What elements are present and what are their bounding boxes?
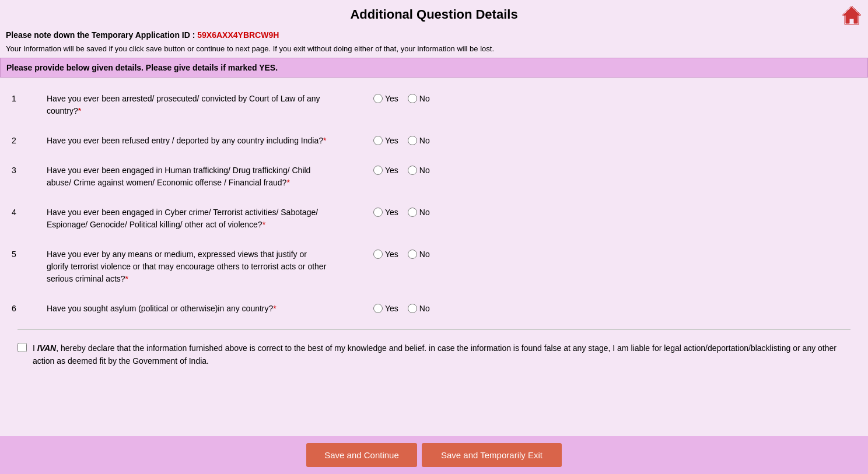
declaration-checkbox[interactable] (18, 343, 27, 352)
yes-option-5[interactable]: Yes (373, 250, 398, 259)
yes-option-4[interactable]: Yes (373, 208, 398, 217)
question-text-4: Have you ever been engaged in Cyber crim… (47, 206, 327, 231)
no-label-3: No (419, 166, 430, 175)
temp-id-label: Please note down the Temporary Applicati… (6, 30, 195, 40)
question-text-2: Have you ever been refused entry / depor… (47, 135, 327, 147)
temp-id-row: Please note down the Temporary Applicati… (0, 27, 868, 42)
question-row-5: 5 Have you ever by any means or medium, … (12, 245, 856, 289)
question-text-3: Have you ever been engaged in Human traf… (47, 164, 327, 189)
answer-group-4: Yes No (373, 206, 443, 217)
answer-group-3: Yes No (373, 164, 443, 175)
notice-bar: Please provide below given details. Plea… (0, 58, 868, 78)
question-number-5: 5 (12, 248, 47, 259)
declaration-area: I IVAN, hereby declare that the informat… (12, 330, 856, 380)
page-title: Additional Question Details (6, 7, 862, 22)
answer-group-2: Yes No (373, 135, 443, 145)
question-row-1: 1 Have you ever been arrested/ prosecute… (12, 89, 856, 121)
yes-radio-3[interactable] (373, 166, 383, 175)
yes-option-1[interactable]: Yes (373, 94, 398, 103)
yes-label-4: Yes (385, 208, 398, 217)
answer-group-5: Yes No (373, 248, 443, 259)
header: Additional Question Details (0, 0, 868, 27)
question-number-4: 4 (12, 206, 47, 217)
yes-option-2[interactable]: Yes (373, 136, 398, 145)
yes-option-6[interactable]: Yes (373, 304, 398, 313)
yes-radio-1[interactable] (373, 94, 383, 103)
question-text-5: Have you ever by any means or medium, ex… (47, 248, 327, 285)
no-radio-2[interactable] (408, 136, 417, 145)
temp-id-value: 59X6AXX4YBRCW9H (197, 30, 279, 40)
no-label-6: No (419, 304, 430, 313)
question-number-1: 1 (12, 93, 47, 103)
answer-group-6: Yes No (373, 303, 443, 313)
no-radio-1[interactable] (408, 94, 417, 103)
yes-radio-2[interactable] (373, 136, 383, 145)
no-label-1: No (419, 94, 430, 103)
save-exit-button[interactable]: Save and Temporarily Exit (422, 443, 562, 467)
question-number-2: 2 (12, 135, 47, 145)
info-text: Your Information will be saved if you cl… (0, 42, 868, 58)
no-option-1[interactable]: No (408, 94, 430, 103)
question-row-4: 4 Have you ever been engaged in Cyber cr… (12, 203, 856, 234)
no-label-4: No (419, 208, 430, 217)
question-row-6: 6 Have you sought asylum (political or o… (12, 299, 856, 318)
no-label-2: No (419, 136, 430, 145)
no-option-3[interactable]: No (408, 166, 430, 175)
no-option-4[interactable]: No (408, 208, 430, 217)
yes-label-1: Yes (385, 94, 398, 103)
question-number-6: 6 (12, 303, 47, 313)
no-label-5: No (419, 250, 430, 259)
question-number-3: 3 (12, 164, 47, 175)
yes-label-2: Yes (385, 136, 398, 145)
declaration-name: IVAN (37, 343, 56, 353)
yes-label-3: Yes (385, 166, 398, 175)
svg-marker-0 (844, 7, 860, 23)
declaration-text: I IVAN, hereby declare that the informat… (33, 342, 850, 368)
footer-buttons: Save and Continue Save and Temporarily E… (0, 436, 868, 474)
answer-group-1: Yes No (373, 93, 443, 103)
save-continue-button[interactable]: Save and Continue (306, 443, 417, 467)
question-text-1: Have you ever been arrested/ prosecuted/… (47, 93, 327, 117)
page-wrapper: Additional Question Details Please note … (0, 0, 868, 474)
question-row-2: 2 Have you ever been refused entry / dep… (12, 131, 856, 150)
no-option-2[interactable]: No (408, 136, 430, 145)
yes-radio-5[interactable] (373, 250, 383, 259)
no-radio-6[interactable] (408, 304, 417, 313)
no-radio-5[interactable] (408, 250, 417, 259)
no-radio-3[interactable] (408, 166, 417, 175)
question-row-3: 3 Have you ever been engaged in Human tr… (12, 161, 856, 192)
content-area: 1 Have you ever been arrested/ prosecute… (0, 83, 868, 385)
yes-radio-4[interactable] (373, 208, 383, 217)
no-option-6[interactable]: No (408, 304, 430, 313)
no-option-5[interactable]: No (408, 250, 430, 259)
yes-label-6: Yes (385, 304, 398, 313)
yes-radio-6[interactable] (373, 304, 383, 313)
question-text-6: Have you sought asylum (political or oth… (47, 303, 327, 315)
yes-option-3[interactable]: Yes (373, 166, 398, 175)
home-icon[interactable] (841, 5, 862, 26)
no-radio-4[interactable] (408, 208, 417, 217)
yes-label-5: Yes (385, 250, 398, 259)
